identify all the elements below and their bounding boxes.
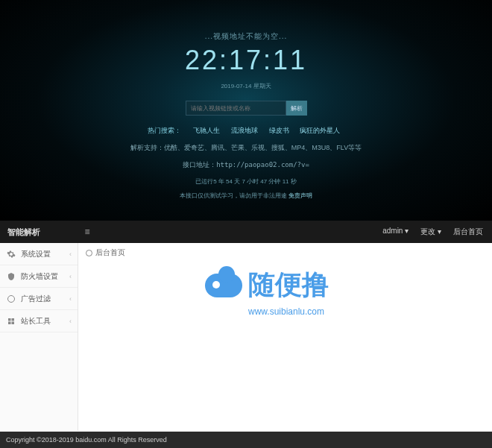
home-link[interactable]: 后台首页 [453,227,483,237]
admin-header: 智能解析 ≡ admin ▾ 更改 ▾ 后台首页 [0,221,492,243]
clock-display: 22:17:11 [0,45,492,76]
svg-rect-1 [8,318,11,321]
svg-rect-2 [12,318,15,321]
svg-rect-4 [12,321,15,324]
support-label: 解析支持： [130,144,164,151]
sidebar-item-tools[interactable]: 站长工具 ‹ [0,310,78,332]
disclaimer-link[interactable]: 免责声明 [288,192,312,199]
api-label: 接口地址： [183,161,216,168]
admin-body: 系统设置 ‹ 防火墙设置 ‹ 广告过滤 ‹ 站长工具 ‹ 后台首页 [0,243,492,431]
sidebar-item-firewall[interactable]: 防火墙设置 ‹ [0,265,78,288]
input-row: 解析 [0,101,492,116]
sidebar-item-label: 站长工具 [21,316,51,326]
watermark: 随便撸 www.suibianlu.com [205,267,329,317]
admin-footer: Copyright ©2018-2019 baidu.com All Right… [0,432,492,448]
filter-icon [6,294,16,304]
error-text: ...视频地址不能为空... [0,31,492,42]
breadcrumb-text: 后台首页 [95,247,125,258]
sidebar-item-label: 防火墙设置 [21,271,58,282]
support-text: 优酷、爱奇艺、腾讯、芒果、乐视、搜狐、MP4、M3U8、FLV等等 [164,144,362,151]
sidebar-item-label: 广告过滤 [21,294,51,304]
sidebar: 系统设置 ‹ 防火墙设置 ‹ 广告过滤 ‹ 站长工具 ‹ [0,243,78,431]
sidebar-item-system[interactable]: 系统设置 ‹ [0,243,78,265]
sidebar-item-label: 系统设置 [21,249,51,259]
radio-icon [86,250,92,256]
user-menu[interactable]: admin ▾ [382,227,409,237]
hot-link[interactable]: 疯狂的外星人 [300,127,340,134]
chevron-icon: ‹ [69,295,72,303]
main-area: 后台首页 随便撸 www.suibianlu.com [78,243,492,431]
svg-rect-3 [8,321,11,324]
breadcrumb: 后台首页 [78,243,492,262]
menu-toggle-icon[interactable]: ≡ [78,227,96,237]
shield-icon [6,271,16,282]
hot-link[interactable]: 飞驰人生 [193,127,220,134]
disclaimer-text: 本接口仅供测试学习，请勿用于非法用途 [180,192,287,199]
svg-point-0 [8,295,15,302]
chevron-icon: ‹ [69,273,72,280]
admin-title: 智能解析 [0,227,78,238]
sidebar-item-adfilter[interactable]: 广告过滤 ‹ [0,288,78,310]
api-url: http://paopao02.com/?v= [216,161,309,168]
cloud-icon [205,274,242,297]
video-parser-panel: ...视频地址不能为空... 22:17:11 2019-07-14 星期天 解… [0,0,492,221]
runtime-text: 已运行5 年 54 天 7 小时 47 分钟 11 秒 [0,177,492,186]
header-right: admin ▾ 更改 ▾ 后台首页 [382,227,492,237]
watermark-url: www.suibianlu.com [248,306,329,317]
hot-search-label: 热门搜索： [148,127,181,134]
chevron-icon: ‹ [69,318,72,325]
disclaimer-row: 本接口仅供测试学习，请勿用于非法用途 免责声明 [0,192,492,200]
tools-icon [6,316,16,326]
video-url-input[interactable] [186,101,286,116]
change-menu[interactable]: 更改 ▾ [420,227,441,237]
chevron-icon: ‹ [69,250,72,258]
hot-link[interactable]: 流浪地球 [231,127,258,134]
gear-icon [6,249,16,259]
admin-panel: 智能解析 ≡ admin ▾ 更改 ▾ 后台首页 系统设置 ‹ 防火墙设置 ‹ … [0,221,492,448]
watermark-title: 随便撸 [205,267,329,303]
hot-link[interactable]: 绿皮书 [269,127,289,134]
support-row: 解析支持：优酷、爱奇艺、腾讯、芒果、乐视、搜狐、MP4、M3U8、FLV等等 [0,143,492,153]
hot-search-row: 热门搜索： 飞驰人生 流浪地球 绿皮书 疯狂的外星人 [0,126,492,136]
date-display: 2019-07-14 星期天 [0,82,492,90]
api-row: 接口地址：http://paopao02.com/?v= [0,160,492,170]
parse-button[interactable]: 解析 [286,101,307,116]
